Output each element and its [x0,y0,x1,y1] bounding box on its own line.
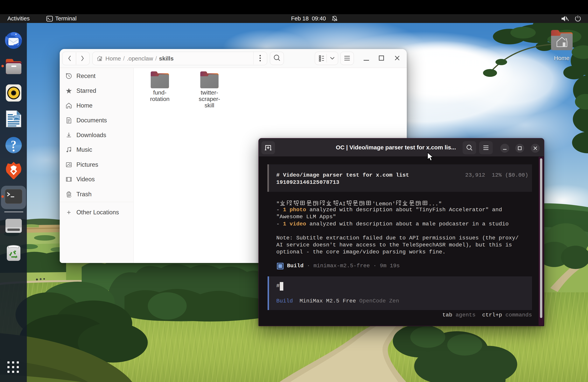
svg-text:?: ? [11,138,17,151]
